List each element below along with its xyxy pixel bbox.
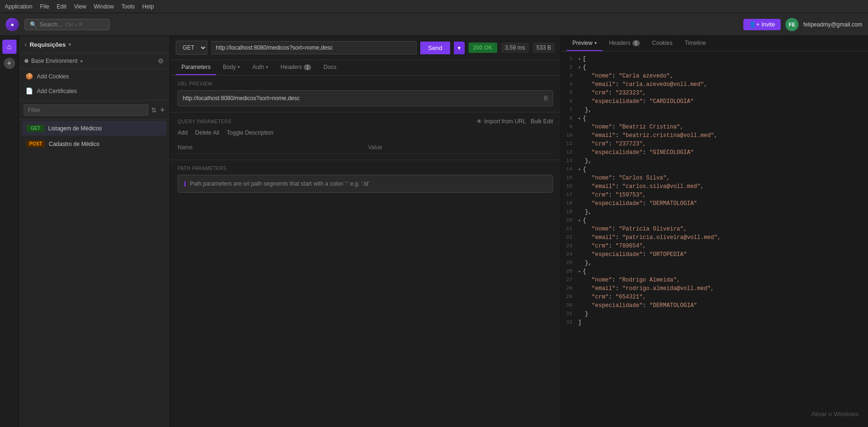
add-certificates-item[interactable]: 📄 Add Certificates: [19, 84, 170, 98]
request-name-listagem: Listagem de Médicos: [48, 125, 102, 132]
cookie-icon: 🍪: [26, 73, 33, 80]
line-content: "especialidade": "DERMATOLOGIA": [578, 200, 868, 207]
menu-file[interactable]: File: [40, 3, 49, 10]
line-number: 12: [561, 149, 578, 155]
search-box[interactable]: 🔍 Search... Ctrl + P: [25, 19, 110, 30]
json-line: 10 "email": "beatriz.cristina@voll.med",: [561, 132, 868, 140]
base-environment-label[interactable]: Base Environment: [31, 58, 77, 64]
line-number: 26: [561, 268, 578, 274]
home-icon-btn[interactable]: ⌂: [2, 40, 17, 54]
json-line: 4 "email": "carla.azevedo@voll.med",: [561, 81, 868, 89]
line-number: 21: [561, 226, 578, 231]
send-dropdown-button[interactable]: ▾: [454, 42, 465, 54]
menu-tools[interactable]: Tools: [121, 3, 135, 10]
user-avatar: FE: [785, 18, 799, 31]
request-bar: GET Send ▾ 200 OK 3.59 ms 533 B: [170, 36, 561, 60]
json-line: 29 "crm": "654321",: [561, 293, 868, 302]
line-content: "nome": "Rodrigo Almeida",: [578, 277, 868, 283]
json-line: 26▾{: [561, 268, 868, 276]
sidebar: ‹ Requisições ▾ Base Environment ▾ ⚙ 🍪 A…: [19, 36, 170, 427]
line-number: 29: [561, 294, 578, 299]
line-number: 11: [561, 141, 578, 146]
env-indicator: [25, 59, 28, 63]
tab-headers[interactable]: Headers 1: [275, 60, 317, 75]
filter-input[interactable]: [24, 104, 148, 116]
json-line: 11 "crm": "237723",: [561, 140, 868, 149]
user-email: felipeadmy@gmail.com: [803, 21, 862, 28]
body-dropdown-icon: ▾: [238, 65, 240, 69]
path-params-label: PATH PARAMETERS: [178, 166, 553, 171]
json-line: 22 "email": "patricia.oliveira@voll.med"…: [561, 234, 868, 242]
import-from-url-button[interactable]: 👁 Import from URL: [477, 118, 526, 125]
tab-parameters[interactable]: Parameters: [176, 60, 216, 75]
line-content: },: [578, 260, 868, 266]
filter-add-button[interactable]: +: [160, 105, 165, 115]
json-line: 20▾{: [561, 217, 868, 225]
params-actions-bar: Add Delete All Toggle Description: [178, 129, 553, 136]
request-item-listagem[interactable]: GET Listagem de Médicos: [22, 121, 167, 136]
menu-help[interactable]: Help: [142, 3, 154, 10]
send-button[interactable]: Send: [420, 42, 450, 54]
delete-all-button[interactable]: Delete All: [195, 129, 219, 136]
menu-view[interactable]: View: [74, 3, 86, 10]
url-preview-label: URL PREVIEW: [178, 81, 553, 86]
tab-response-headers[interactable]: Headers 6: [604, 36, 646, 51]
sidebar-collapse-button[interactable]: ‹: [25, 41, 27, 48]
json-line: 9 "nome": "Beatriz Cristina",: [561, 123, 868, 132]
params-actions-right: 👁 Import from URL Bulk Edit: [477, 118, 553, 125]
json-line: 31 }: [561, 310, 868, 319]
invite-label: Invite: [761, 21, 775, 28]
name-column-header[interactable]: [178, 144, 363, 151]
filter-sort-button[interactable]: ⇅: [151, 106, 157, 114]
tab-docs-label: Docs: [323, 64, 336, 70]
search-placeholder: Search...: [40, 21, 62, 28]
header-bar: ● 🔍 Search... Ctrl + P 👤+ Invite FE feli…: [0, 13, 868, 36]
line-content: "crm": "237723",: [578, 141, 868, 147]
line-number: 17: [561, 192, 578, 197]
json-line: 3 "nome": "Carla azevedo",: [561, 72, 868, 81]
line-number: 1: [561, 56, 578, 61]
search-icon: 🔍: [30, 21, 37, 28]
add-certificates-label: Add Certificates: [37, 88, 77, 94]
url-preview-box: http://localhost:8080/medicos?sort=nome,…: [178, 90, 553, 106]
tab-body[interactable]: Body ▾: [217, 60, 246, 75]
json-line: 17 "crm": "159753",: [561, 191, 868, 200]
line-number: 18: [561, 200, 578, 206]
value-column-header[interactable]: [368, 144, 553, 151]
line-content: ▾[: [578, 56, 868, 62]
tab-timeline[interactable]: Timeline: [679, 36, 712, 51]
menu-edit[interactable]: Edit: [57, 3, 67, 10]
menu-window[interactable]: Window: [94, 3, 114, 10]
tab-docs[interactable]: Docs: [318, 60, 342, 75]
line-content: "especialidade": "CARDIOLOGIA": [578, 98, 868, 105]
json-line: 6 "especialidade": "CARDIOLOGIA": [561, 98, 868, 106]
toggle-description-button[interactable]: Toggle Description: [227, 129, 273, 136]
tab-preview[interactable]: Preview ▾: [567, 36, 603, 51]
query-params-header: QUERY PARAMETERS 👁 Import from URL Bulk …: [178, 118, 553, 125]
line-number: 28: [561, 285, 578, 291]
url-input[interactable]: [211, 41, 417, 54]
certificate-icon: 📄: [26, 87, 33, 94]
json-line: 23 "crm": "789654",: [561, 242, 868, 251]
method-select[interactable]: GET: [176, 41, 207, 55]
tab-auth[interactable]: Auth ▾: [247, 60, 274, 75]
line-content: ▾{: [578, 217, 868, 224]
request-name-cadastro: Cadastro de Médico: [49, 141, 99, 147]
add-cookies-item[interactable]: 🍪 Add Cookies: [19, 69, 170, 84]
json-line: 13 },: [561, 157, 868, 166]
params-table: [178, 141, 553, 154]
request-item-cadastro[interactable]: POST Cadastro de Médico: [22, 137, 167, 151]
env-settings-button[interactable]: ⚙: [158, 57, 164, 65]
bulk-edit-button[interactable]: Bulk Edit: [531, 118, 553, 125]
line-content: ▾{: [578, 268, 868, 275]
add-workspace-button[interactable]: +: [4, 58, 15, 69]
add-param-button[interactable]: Add: [178, 129, 187, 136]
copy-url-button[interactable]: ⎘: [544, 94, 548, 102]
line-number: 4: [561, 81, 578, 87]
tab-cookies[interactable]: Cookies: [647, 36, 678, 51]
menu-application[interactable]: Application: [5, 3, 33, 10]
line-number: 14: [561, 166, 578, 172]
invite-button[interactable]: 👤+ Invite: [743, 19, 781, 30]
line-content: ▾{: [578, 115, 868, 122]
response-panel: Preview ▾ Headers 6 Cookies Timeline 1▾[…: [561, 36, 868, 427]
